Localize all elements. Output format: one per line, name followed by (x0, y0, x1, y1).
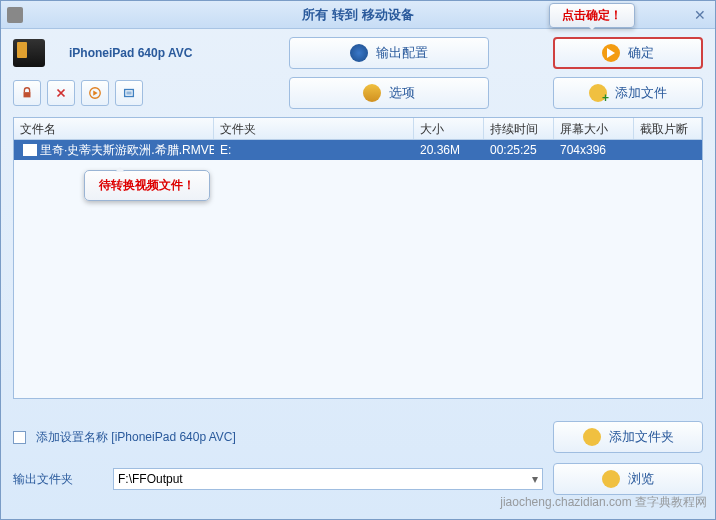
cell-folder: E: (214, 141, 414, 159)
lock-button[interactable] (13, 80, 41, 106)
add-profile-checkbox[interactable] (13, 431, 26, 444)
chevron-down-icon[interactable]: ▾ (532, 472, 538, 486)
bottom-panel: 添加设置名称 [iPhoneiPad 640p AVC] 添加文件夹 输出文件夹… (1, 411, 715, 519)
col-duration[interactable]: 持续时间 (484, 118, 554, 139)
svg-rect-2 (125, 90, 134, 97)
add-file-icon (589, 84, 607, 102)
output-folder-input[interactable]: F:\FFOutput ▾ (113, 468, 543, 490)
output-config-label: 输出配置 (376, 44, 428, 62)
info-button[interactable] (115, 80, 143, 106)
close-button[interactable]: ✕ (691, 6, 709, 24)
svg-rect-0 (24, 92, 31, 97)
col-dimensions[interactable]: 屏幕大小 (554, 118, 634, 139)
ok-label: 确定 (628, 44, 654, 62)
cell-filename: 里奇·史蒂夫斯游欧洲.希腊.RMVB (14, 140, 214, 161)
device-icon (13, 39, 45, 67)
output-folder-label: 输出文件夹 (13, 471, 103, 488)
browse-label: 浏览 (628, 470, 654, 488)
output-folder-row: 输出文件夹 F:\FFOutput ▾ 浏览 (13, 463, 703, 495)
table-row[interactable]: 里奇·史蒂夫斯游欧洲.希腊.RMVB E: 20.36M 00:25:25 70… (14, 140, 702, 160)
col-filename[interactable]: 文件名 (14, 118, 214, 139)
add-folder-button[interactable]: 添加文件夹 (553, 421, 703, 453)
gear-icon (350, 44, 368, 62)
cell-size: 20.36M (414, 141, 484, 159)
play-button[interactable] (81, 80, 109, 106)
output-config-button[interactable]: 输出配置 (289, 37, 489, 69)
app-icon (7, 7, 23, 23)
cell-duration: 00:25:25 (484, 141, 554, 159)
remove-button[interactable] (47, 80, 75, 106)
ok-button[interactable]: 确定 (553, 37, 703, 69)
small-buttons (13, 80, 143, 106)
callout-click-ok: 点击确定！ (549, 3, 635, 28)
add-file-button[interactable]: 添加文件 (553, 77, 703, 109)
table-header: 文件名 文件夹 大小 持续时间 屏幕大小 截取片断 (14, 118, 702, 140)
app-window: 所有 转到 移动设备 ✕ 点击确定！ iPhoneiPad 640p AVC 输… (0, 0, 716, 520)
cell-dimensions: 704x396 (554, 141, 634, 159)
file-icon (23, 144, 37, 156)
add-profile-row: 添加设置名称 [iPhoneiPad 640p AVC] 添加文件夹 (13, 421, 703, 453)
top-toolbar: iPhoneiPad 640p AVC 输出配置 确定 (1, 29, 715, 77)
col-size[interactable]: 大小 (414, 118, 484, 139)
browse-button[interactable]: 浏览 (553, 463, 703, 495)
profile-label: iPhoneiPad 640p AVC (69, 46, 249, 60)
col-clip[interactable]: 截取片断 (634, 118, 702, 139)
file-table: 文件名 文件夹 大小 持续时间 屏幕大小 截取片断 里奇·史蒂夫斯游欧洲.希腊.… (13, 117, 703, 399)
add-file-label: 添加文件 (615, 84, 667, 102)
add-profile-label: 添加设置名称 [iPhoneiPad 640p AVC] (36, 429, 236, 446)
cell-clip (634, 148, 702, 152)
second-toolbar: 选项 添加文件 (1, 77, 715, 117)
window-title: 所有 转到 移动设备 (302, 6, 413, 24)
options-button[interactable]: 选项 (289, 77, 489, 109)
filename-text: 里奇·史蒂夫斯游欧洲.希腊.RMVB (40, 143, 214, 157)
titlebar: 所有 转到 移动设备 ✕ 点击确定！ (1, 1, 715, 29)
options-icon (363, 84, 381, 102)
browse-icon (602, 470, 620, 488)
callout-pending-file: 待转换视频文件！ (84, 170, 210, 201)
output-folder-value: F:\FFOutput (118, 472, 183, 486)
folder-add-icon (583, 428, 601, 446)
col-folder[interactable]: 文件夹 (214, 118, 414, 139)
arrow-right-icon (602, 44, 620, 62)
options-label: 选项 (389, 84, 415, 102)
add-folder-label: 添加文件夹 (609, 428, 674, 446)
